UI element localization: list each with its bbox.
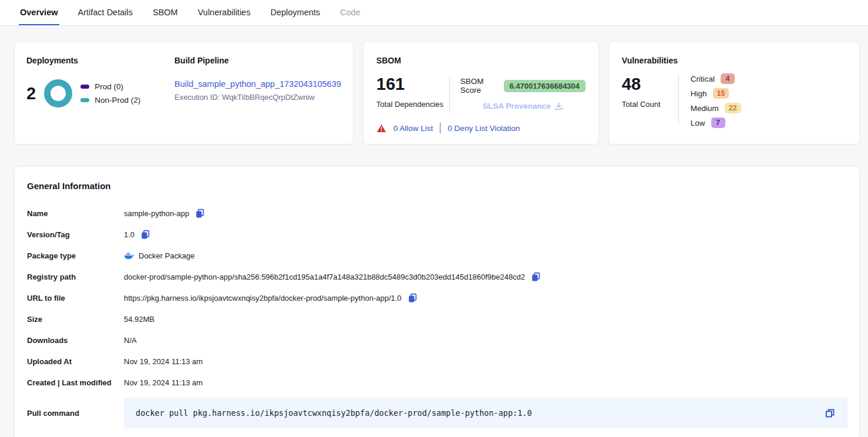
copy-icon[interactable] bbox=[408, 293, 418, 303]
deployments-donut-chart bbox=[44, 79, 72, 107]
severity-row-high: High 15 bbox=[691, 88, 741, 99]
url-to-file-value: https://pkg.harness.io/ikpsjoavtcwxnqisy… bbox=[124, 294, 402, 302]
package-type-value: Docker Package bbox=[139, 251, 194, 260]
vulnerabilities-card: Vulnerabilities 48 Total Count Critical … bbox=[608, 41, 860, 144]
tab-code: Code bbox=[339, 0, 362, 25]
size-value: 54.92MB bbox=[124, 315, 154, 324]
divider bbox=[440, 123, 440, 133]
copy-icon[interactable] bbox=[531, 272, 541, 282]
info-row-name: Name sample-python-app bbox=[27, 203, 847, 224]
tab-artifact-details[interactable]: Artifact Details bbox=[77, 0, 134, 25]
docker-icon bbox=[124, 252, 134, 260]
slsa-provenance-link[interactable]: SLSA Provenance bbox=[483, 102, 563, 110]
info-row-size: Size 54.92MB bbox=[27, 308, 847, 330]
deployments-total: 2 bbox=[26, 85, 36, 102]
severity-row-critical: Critical 4 bbox=[691, 73, 741, 84]
vulnerabilities-total-label: Total Count bbox=[622, 100, 678, 109]
uploaded-at-value: Nov 19, 2024 11:13 am bbox=[124, 357, 203, 366]
version-value: 1.0 bbox=[124, 230, 134, 239]
sbom-score-label: SBOM Score bbox=[460, 77, 499, 95]
pull-command-text: docker pull pkg.harness.io/ikpsjoavtcwxn… bbox=[136, 408, 823, 418]
info-row-downloads: Downloads N/A bbox=[27, 330, 847, 351]
legend-label: Prod (0) bbox=[95, 82, 123, 91]
legend-item-nonprod: Non-Prod (2) bbox=[80, 96, 140, 105]
created-modified-value: Nov 19, 2024 11:13 am bbox=[124, 378, 203, 387]
vulnerabilities-total: 48 bbox=[622, 76, 678, 93]
info-row-created-modified: Created | Last modified Nov 19, 2024 11:… bbox=[27, 372, 847, 393]
prod-swatch-icon bbox=[80, 85, 89, 89]
execution-id: Execution ID: WqkTiIbBRqecQrpDtZwniw bbox=[174, 93, 341, 102]
severity-count-badge: 7 bbox=[711, 117, 725, 128]
deployments-section: Deployments 2 Prod (0) Non-Prod (2) bbox=[26, 56, 174, 130]
info-row-version: Version/Tag 1.0 bbox=[27, 224, 847, 245]
general-info-title: General Information bbox=[27, 181, 847, 191]
tab-overview[interactable]: Overview bbox=[19, 0, 59, 25]
overview-content: Deployments 2 Prod (0) Non-Prod (2) bbox=[0, 26, 868, 437]
info-row-registry-path: Registry path docker-prod/sample-python-… bbox=[27, 266, 847, 287]
build-pipeline-title: Build Pipeline bbox=[174, 56, 341, 65]
general-info-card: General Information Name sample-python-a… bbox=[14, 166, 860, 437]
pull-command-box: docker pull pkg.harness.io/ikpsjoavtcwxn… bbox=[124, 398, 847, 428]
sbom-score-section: SBOM Score 6.470017636684304 SLSA Proven… bbox=[450, 76, 586, 117]
info-row-pull-command: Pull command docker pull pkg.harness.io/… bbox=[27, 398, 847, 428]
sbom-total: 161 bbox=[376, 76, 449, 93]
info-row-package-type: Package type Docke bbox=[27, 245, 847, 266]
build-pipeline-section: Build Pipeline Build_sample_python_app_1… bbox=[174, 56, 341, 130]
copy-icon[interactable] bbox=[140, 230, 150, 240]
allow-list-link[interactable]: 0 Allow List bbox=[393, 124, 433, 133]
severity-row-medium: Medium 22 bbox=[691, 103, 741, 113]
tab-vulnerabilities[interactable]: Vulnerabilities bbox=[197, 0, 252, 25]
deny-list-link[interactable]: 0 Deny List Violation bbox=[448, 124, 520, 133]
download-icon bbox=[554, 102, 563, 110]
tab-sbom[interactable]: SBOM bbox=[152, 0, 179, 25]
name-value: sample-python-app bbox=[124, 209, 189, 218]
pipeline-link[interactable]: Build_sample_python_app_1732043105639 bbox=[174, 79, 341, 89]
severity-list: Critical 4 High 15 Medium 22 Low 7 bbox=[679, 73, 741, 128]
nonprod-swatch-icon bbox=[80, 98, 89, 102]
severity-row-low: Low 7 bbox=[691, 117, 741, 128]
legend-label: Non-Prod (2) bbox=[95, 96, 140, 105]
warning-icon bbox=[376, 124, 386, 133]
severity-count-badge: 4 bbox=[721, 73, 735, 84]
severity-label: Low bbox=[691, 119, 705, 127]
severity-label: High bbox=[691, 89, 707, 98]
general-info-rows: Name sample-python-app Version/Tag 1.0 bbox=[27, 203, 847, 428]
copy-icon[interactable] bbox=[825, 408, 836, 419]
copy-icon[interactable] bbox=[195, 209, 205, 218]
tab-bar: Overview Artifact Details SBOM Vulnerabi… bbox=[0, 0, 868, 26]
sbom-total-section: 161 Total Dependencies bbox=[376, 76, 449, 117]
deployments-title: Deployments bbox=[26, 56, 174, 65]
sbom-lists-row: 0 Allow List 0 Deny List Violation bbox=[376, 123, 586, 133]
info-row-url: URL to file https://pkg.harness.io/ikpsj… bbox=[27, 287, 847, 308]
sbom-total-label: Total Dependencies bbox=[376, 100, 449, 109]
severity-count-badge: 22 bbox=[725, 103, 741, 113]
deployments-legend: Prod (0) Non-Prod (2) bbox=[80, 82, 140, 105]
summary-cards-row: Deployments 2 Prod (0) Non-Prod (2) bbox=[14, 41, 860, 144]
tab-deployments[interactable]: Deployments bbox=[269, 0, 321, 25]
registry-path-value: docker-prod/sample-python-app/sha256:596… bbox=[124, 273, 525, 281]
vulnerabilities-total-section: 48 Total Count bbox=[622, 73, 678, 128]
deployments-card: Deployments 2 Prod (0) Non-Prod (2) bbox=[14, 41, 354, 144]
downloads-value: N/A bbox=[124, 336, 137, 345]
info-row-uploaded-at: Uploaded At Nov 19, 2024 11:13 am bbox=[27, 351, 847, 372]
vulnerabilities-title: Vulnerabilities bbox=[622, 56, 846, 65]
sbom-score-badge: 6.470017636684304 bbox=[504, 80, 586, 92]
severity-label: Critical bbox=[691, 75, 715, 83]
severity-count-badge: 15 bbox=[713, 88, 729, 99]
slsa-provenance-label: SLSA Provenance bbox=[483, 102, 551, 110]
legend-item-prod: Prod (0) bbox=[80, 82, 140, 91]
severity-label: Medium bbox=[691, 104, 719, 113]
sbom-card: SBOM 161 Total Dependencies SBOM Score 6… bbox=[363, 41, 599, 144]
sbom-title: SBOM bbox=[376, 56, 586, 65]
